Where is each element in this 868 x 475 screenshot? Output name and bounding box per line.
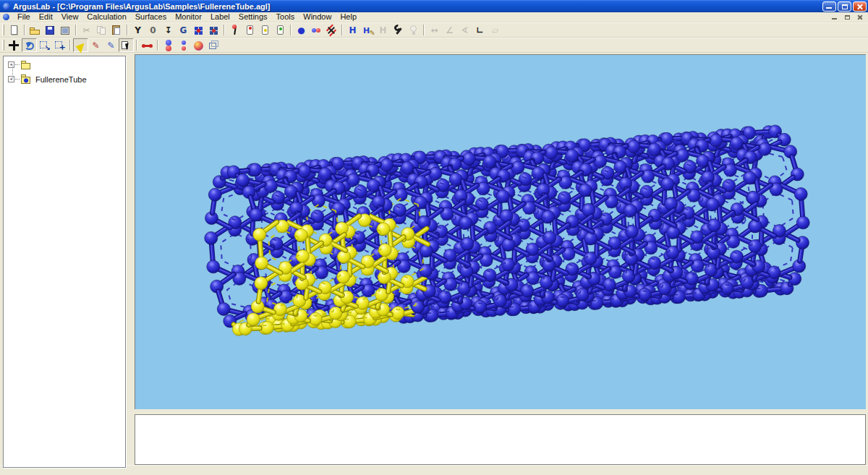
monitor-yellow-button[interactable] — [258, 23, 273, 37]
cursor-flag-icon — [120, 40, 132, 51]
ballstick-small-button[interactable] — [176, 38, 191, 52]
expand-icon[interactable]: + — [8, 76, 14, 82]
add-hydrogens-button-icon: H — [346, 25, 359, 36]
toolbar-grip[interactable] — [2, 25, 4, 35]
auto-tool-button[interactable] — [119, 38, 134, 52]
monitor-green-button[interactable] — [273, 23, 288, 37]
minimize-button[interactable] — [822, 1, 836, 12]
document-area — [135, 54, 868, 465]
tree-item-fullerenetube[interactable]: + FullereneTube — [8, 73, 125, 85]
restore-button[interactable] — [838, 1, 851, 12]
menu-item-window[interactable]: Window — [299, 12, 336, 22]
cut-button[interactable]: ✂ — [79, 23, 94, 37]
measure-angle-button-icon: ∠ — [443, 25, 456, 36]
new-icon — [8, 25, 20, 36]
save-file-button[interactable] — [43, 23, 58, 37]
menu-items: FileEditViewCalculationSurfacesMonitorLa… — [13, 12, 829, 22]
menu-item-tools[interactable]: Tools — [272, 12, 299, 22]
molecule-viewport[interactable] — [135, 54, 866, 409]
mdi-restore-icon — [845, 15, 850, 20]
render-bulb-button[interactable] — [406, 23, 421, 37]
delete-atoms-button[interactable] — [324, 23, 339, 37]
menu-item-settings[interactable]: Settings — [234, 12, 272, 22]
delete-atoms-icon — [326, 25, 338, 36]
open-file-button[interactable] — [27, 23, 43, 37]
minimize-icon — [826, 7, 832, 9]
ballstick-large-button[interactable] — [161, 38, 176, 52]
tree-item-root-folder[interactable]: + — [8, 59, 125, 71]
export-icon — [59, 25, 72, 36]
arguslab-window: ArgusLab - [C:\Program Files\ArgusLab\Sa… — [0, 0, 868, 475]
settings-wrench-button[interactable] — [391, 23, 406, 37]
axes-button[interactable]: ∟ — [472, 23, 488, 37]
measure-angle-button[interactable]: ∠ — [442, 23, 457, 37]
single-atom-button[interactable]: ● — [294, 23, 309, 37]
optimize-geometry-button[interactable]: ↧ — [161, 23, 176, 37]
sel-zoom-icon — [38, 40, 51, 51]
hydrogens-off-button[interactable]: H — [375, 23, 391, 37]
wireframe-box-button[interactable] — [206, 38, 221, 52]
measure-distance-button-icon: ↔ — [428, 25, 441, 36]
menu-item-monitor[interactable]: Monitor — [171, 12, 206, 22]
orbital-surface-button[interactable] — [191, 23, 206, 37]
toolbar-separator — [24, 25, 25, 35]
orbital-surface-alt-button[interactable] — [206, 23, 221, 37]
close-button[interactable] — [853, 1, 867, 12]
measure-distance-button[interactable]: ↔ — [427, 23, 442, 37]
copy-button[interactable] — [94, 23, 109, 37]
mdi-minimize-button[interactable] — [829, 13, 841, 22]
cut-button-icon: ✂ — [80, 25, 93, 36]
new-document-button[interactable] — [7, 23, 22, 37]
tree-connector-line — [12, 66, 13, 78]
toolbar-separator — [290, 25, 292, 35]
expand-icon[interactable]: + — [8, 61, 14, 68]
translate-view-button[interactable] — [7, 38, 22, 52]
toolbar-separator — [69, 40, 71, 51]
optimize-geometry-button-icon: ↧ — [162, 25, 174, 36]
menu-item-help[interactable]: Help — [336, 12, 361, 22]
status-bar — [0, 465, 868, 475]
gaussian-button[interactable]: G — [176, 23, 191, 37]
paste-icon — [111, 25, 123, 36]
title-bar[interactable]: ArgusLab - [C:\Program Files\ArgusLab\Sa… — [0, 0, 868, 12]
menu-item-surfaces[interactable]: Surfaces — [131, 12, 171, 22]
toolbar-separator — [75, 25, 77, 35]
menu-item-file[interactable]: File — [13, 12, 35, 22]
paste-button[interactable] — [109, 23, 124, 37]
menu-item-label[interactable]: Label — [206, 12, 234, 22]
mdi-restore-button[interactable] — [841, 13, 853, 22]
translate-select-button[interactable] — [52, 38, 67, 52]
make-bond-button[interactable] — [140, 38, 155, 52]
rotate-view-button[interactable] — [22, 38, 37, 52]
clean-geometry-button[interactable]: Y — [130, 23, 145, 37]
vertical-splitter[interactable] — [126, 54, 135, 465]
nanotube-molecule[interactable] — [135, 55, 866, 409]
tree-item-label: FullereneTube — [35, 75, 87, 84]
measure-dihedral-button[interactable]: ∢ — [457, 23, 472, 37]
ballstick2-icon — [177, 40, 190, 51]
zero-charge-button-icon: 0 — [147, 25, 159, 36]
modify-bond-button[interactable]: ✎ — [103, 38, 119, 52]
cpk-render-button[interactable] — [191, 38, 206, 52]
zoom-select-button[interactable] — [37, 38, 52, 52]
horizontal-splitter[interactable] — [135, 409, 868, 414]
atom-pair-button[interactable] — [309, 23, 324, 37]
menu-item-calculation[interactable]: Calculation — [82, 12, 130, 22]
measure-plane-button[interactable]: ▱ — [488, 23, 503, 37]
draw-tool-button[interactable]: ✎ — [88, 38, 103, 52]
toolbar-grip[interactable] — [2, 40, 4, 51]
mdi-close-button[interactable] — [854, 13, 865, 22]
h-pencil-icon — [362, 25, 374, 36]
toolbar-separator — [423, 25, 425, 35]
zero-charge-button[interactable]: 0 — [145, 23, 161, 37]
monitor-pin-button[interactable] — [227, 23, 242, 37]
monitor-red-button[interactable] — [242, 23, 258, 37]
draw-tool-button-icon: ✎ — [90, 40, 102, 51]
menu-item-view[interactable]: View — [57, 12, 83, 22]
sel-arrow-icon — [75, 40, 87, 51]
add-hydrogens-button[interactable]: H — [345, 23, 360, 37]
export-image-button[interactable] — [58, 23, 73, 37]
edit-hydrogens-button[interactable] — [360, 23, 375, 37]
menu-item-edit[interactable]: Edit — [35, 12, 57, 22]
select-tool-button[interactable] — [73, 38, 88, 52]
